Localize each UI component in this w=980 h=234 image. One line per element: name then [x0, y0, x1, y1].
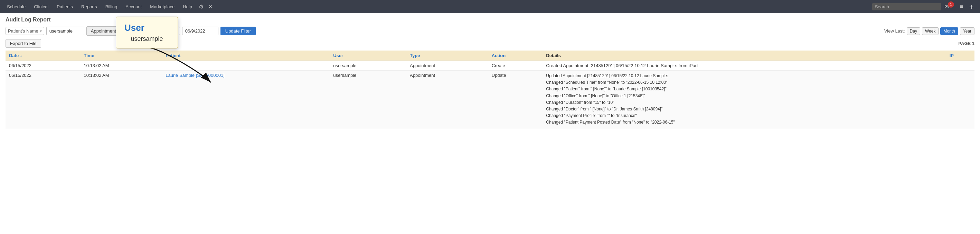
detail-line: Changed "Duration" from "15" to "10"	[546, 99, 942, 106]
patient-link[interactable]: Laurie Sample [SAJA000001]	[165, 73, 224, 78]
cell-ip-2	[946, 71, 974, 128]
details-multiline: Updated Appointment [214851291] 06/15/22…	[546, 73, 942, 126]
nav-marketplace[interactable]: Marketplace	[146, 3, 178, 11]
nav-billing[interactable]: Billing	[102, 3, 121, 11]
table-row: 06/15/2022 10:13:02 AM Laurie Sample [SA…	[6, 71, 974, 128]
patient-name-filter[interactable]: Patient's Name ▾	[6, 27, 44, 35]
col-date[interactable]: Date ↓	[6, 51, 81, 61]
patient-name-label: Patient's Name	[8, 28, 38, 34]
view-last-group: View Last: Day Week Month Year	[884, 27, 974, 35]
menu-icon[interactable]: ≡	[958, 3, 965, 10]
tooltip-username: usersample	[124, 35, 169, 43]
cell-patient-2[interactable]: Laurie Sample [SAJA000001]	[162, 71, 330, 128]
cell-date-2: 06/15/2022	[6, 71, 81, 128]
cell-details-2: Updated Appointment [214851291] 06/15/22…	[542, 71, 946, 128]
detail-line: Changed "Patient Payment Posted Date" fr…	[546, 119, 942, 126]
nav-patients[interactable]: Patients	[53, 3, 76, 11]
col-patient[interactable]: Patient	[162, 51, 330, 61]
cell-user-2: usersample	[330, 71, 406, 128]
page-content: Audit Log Report Patient's Name ▾ Appoin…	[0, 13, 980, 132]
view-week-button[interactable]: Week	[922, 27, 939, 35]
view-year-button[interactable]: Year	[960, 27, 974, 35]
user-filter-input[interactable]	[46, 27, 84, 35]
cell-time-1: 10:13:02 AM	[81, 61, 162, 71]
cell-type-2: Appointment	[406, 71, 488, 128]
view-last-label: View Last:	[884, 28, 905, 34]
cell-date-1: 06/15/2022	[6, 61, 81, 71]
pin-icon[interactable]: ⚙	[197, 3, 205, 11]
detail-line: Changed "Office" from " [None]" to "Offi…	[546, 93, 942, 99]
nav-help[interactable]: Help	[179, 3, 196, 11]
page-number: PAGE 1	[958, 41, 974, 46]
nav-schedule[interactable]: Schedule	[3, 3, 29, 11]
detail-line: Changed "Doctor" from " [None]" to "Dr. …	[546, 106, 942, 112]
tooltip-title: User	[124, 22, 169, 33]
cell-action-2: Update	[488, 71, 543, 128]
cell-patient-1	[162, 61, 330, 71]
nav-reports[interactable]: Reports	[78, 3, 100, 11]
patient-dropdown-arrow: ▾	[40, 29, 42, 34]
audit-log-table: Date ↓ Time Patient User Type Action Det…	[6, 51, 974, 128]
col-type[interactable]: Type	[406, 51, 488, 61]
col-ip[interactable]: IP	[946, 51, 974, 61]
col-time[interactable]: Time	[81, 51, 162, 61]
table-header-row: Date ↓ Time Patient User Type Action Det…	[6, 51, 974, 61]
close-icon[interactable]: ✕	[207, 3, 214, 10]
nav-clinical[interactable]: Clinical	[30, 3, 52, 11]
detail-line: Changed "Scheduled Time" from "None" to …	[546, 79, 942, 86]
user-tooltip: User usersample	[116, 17, 178, 48]
detail-line: Changed "Patient" from " [None]" to "Lau…	[546, 86, 942, 93]
detail-line: Changed "Payment Profile" from "" to "In…	[546, 112, 942, 119]
date-to-input[interactable]	[182, 27, 218, 35]
col-details: Details	[542, 51, 946, 61]
add-icon[interactable]: ＋	[966, 2, 977, 11]
cell-time-2: 10:13:02 AM	[81, 71, 162, 128]
update-filter-button[interactable]: Update Filter	[221, 27, 256, 35]
search-input[interactable]	[872, 3, 941, 10]
view-month-button[interactable]: Month	[940, 27, 958, 35]
table-row: 06/15/2022 10:13:02 AM usersample Appoin…	[6, 61, 974, 71]
cell-user-1: usersample	[330, 61, 406, 71]
cell-type-1: Appointment	[406, 61, 488, 71]
col-user[interactable]: User	[330, 51, 406, 61]
view-day-button[interactable]: Day	[907, 27, 920, 35]
detail-line: Updated Appointment [214851291] 06/15/22…	[546, 73, 942, 79]
cell-action-1: Create	[488, 61, 543, 71]
cell-ip-1	[946, 61, 974, 71]
cell-details-1: Created Appointment [214851291] 06/15/22…	[542, 61, 946, 71]
nav-account[interactable]: Account	[122, 3, 145, 11]
export-to-file-button[interactable]: Export to File	[6, 39, 41, 48]
top-navigation: Schedule Clinical Patients Reports Billi…	[0, 0, 980, 13]
mail-badge: 1	[948, 2, 954, 8]
col-action[interactable]: Action	[488, 51, 543, 61]
